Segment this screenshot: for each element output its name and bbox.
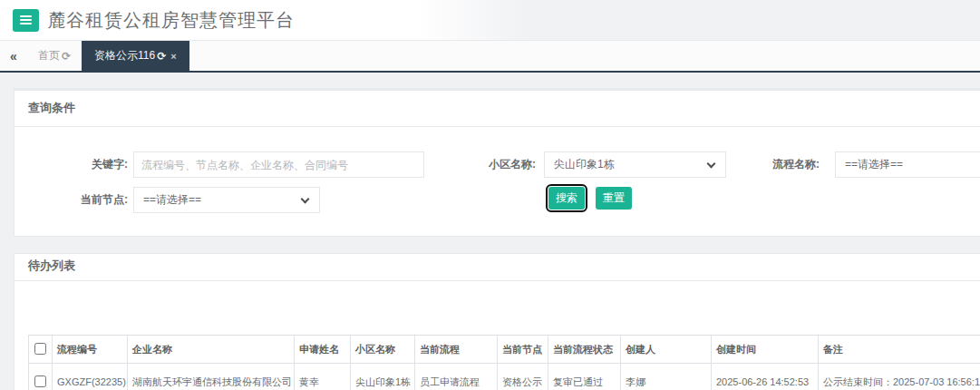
community-select[interactable]: 尖山印象1栋 (544, 151, 726, 178)
node-select[interactable]: ==请选择== (133, 187, 320, 213)
row-checkbox-cell (29, 364, 53, 390)
table-row: GXGZF(32235) 湖南航天环宇通信科技股份有限公司 黄幸 尖山印象1栋 … (29, 364, 980, 390)
query-form: 关键字: 小区名称: 尖山印象1栋 流程名称: ==请选择== 当前节点: ==… (15, 127, 980, 236)
cell-current-process: 员工申请流程 (415, 364, 498, 390)
col-applicant: 申请姓名 (295, 336, 351, 364)
col-remark: 备注 (819, 336, 980, 364)
tab-label: 资格公示116 (94, 48, 155, 63)
col-status: 当前流程状态 (548, 336, 621, 364)
todo-panel-title: 待办列表 (15, 254, 980, 281)
todo-table: 流程编号 企业名称 申请姓名 小区名称 当前流程 当前节点 当前流程状态 创建人… (28, 335, 980, 390)
tab-bar: « 首页 ⟳ 资格公示116 ⟳ × (0, 41, 980, 73)
process-select-value: ==请选择== (845, 157, 903, 172)
search-button[interactable]: 搜索 (548, 187, 585, 210)
cell-community: 尖山印象1栋 (351, 364, 415, 390)
page-title: 麓谷租赁公租房智慧管理平台 (47, 8, 295, 33)
refresh-icon[interactable]: ⟳ (62, 51, 71, 62)
col-process-no: 流程编号 (53, 336, 128, 364)
refresh-icon[interactable]: ⟳ (157, 51, 166, 62)
cell-process-no: GXGZF(32235) (53, 364, 128, 390)
col-creator: 创建人 (621, 336, 712, 364)
cell-applicant: 黄幸 (295, 364, 351, 390)
header-checkbox-cell (29, 336, 53, 364)
cell-created-at: 2025-06-26 14:52:53 (712, 364, 819, 390)
node-label: 当前节点: (33, 187, 128, 213)
tabs-collapse-button[interactable]: « (0, 41, 27, 71)
page-content: 查询条件 关键字: 小区名称: 尖山印象1栋 流程名称: ==请选择== 当前节… (0, 73, 980, 390)
table-header-row: 流程编号 企业名称 申请姓名 小区名称 当前流程 当前节点 当前流程状态 创建人… (29, 336, 980, 364)
hamburger-icon (20, 23, 32, 24)
col-company: 企业名称 (128, 336, 295, 364)
hamburger-icon (20, 19, 32, 21)
cell-company: 湖南航天环宇通信科技股份有限公司 (128, 364, 295, 390)
col-community: 小区名称 (351, 336, 415, 364)
col-current-node: 当前节点 (498, 336, 548, 364)
select-all-checkbox[interactable] (34, 343, 46, 355)
app-header: 麓谷租赁公租房智慧管理平台 (0, 0, 980, 41)
process-select[interactable]: ==请选择== (835, 151, 980, 178)
row-checkbox[interactable] (34, 375, 46, 387)
keyword-label: 关键字: (33, 151, 128, 178)
node-select-value: ==请选择== (143, 192, 201, 208)
community-select-value: 尖山印象1栋 (554, 157, 615, 172)
todo-table-wrap: 流程编号 企业名称 申请姓名 小区名称 当前流程 当前节点 当前流程状态 创建人… (15, 281, 980, 390)
tab-label: 首页 (38, 48, 60, 63)
query-conditions-panel: 查询条件 关键字: 小区名称: 尖山印象1栋 流程名称: ==请选择== 当前节… (14, 88, 980, 237)
cell-current-node: 资格公示 (498, 364, 548, 390)
hamburger-menu-button[interactable] (13, 9, 39, 32)
cell-remark: 公示结束时间：2025-07-03 16:56:17 (819, 364, 980, 390)
keyword-input[interactable] (133, 151, 424, 178)
cell-status: 复审已通过 (548, 364, 621, 390)
community-label: 小区名称: (427, 151, 536, 178)
query-panel-title: 查询条件 (15, 91, 980, 127)
close-icon[interactable]: × (170, 51, 176, 62)
process-label: 流程名称: (713, 151, 820, 178)
chevron-down-icon (301, 195, 310, 204)
tab-home[interactable]: 首页 ⟳ (27, 41, 82, 71)
hamburger-icon (20, 15, 32, 17)
todo-list-panel: 待办列表 流程编号 企业名称 申请姓名 (14, 253, 980, 390)
double-chevron-left-icon: « (10, 49, 17, 63)
col-created-at: 创建时间 (712, 336, 819, 364)
tab-qualification-publicity[interactable]: 资格公示116 ⟳ × (82, 41, 189, 71)
cell-creator: 李娜 (621, 364, 712, 390)
reset-button[interactable]: 重置 (596, 187, 632, 210)
col-current-process: 当前流程 (415, 336, 498, 364)
